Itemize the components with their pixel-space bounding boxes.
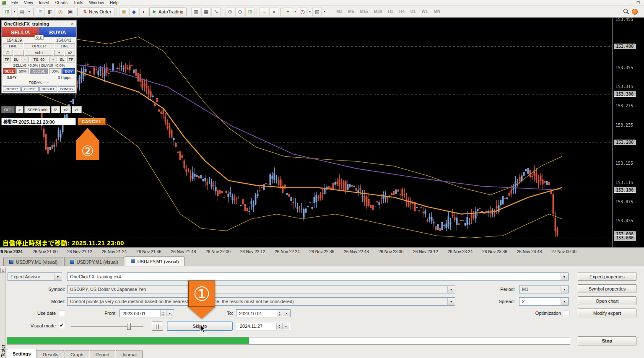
menu-insert[interactable]: Insert (36, 0, 52, 5)
time-axis[interactable]: 26 Nov 202426 Nov 21:0026 Nov 21:1226 No… (0, 247, 644, 256)
menu-tools[interactable]: Tools (70, 0, 86, 5)
speed-off-button[interactable]: OFF (1, 106, 15, 113)
tab-report[interactable]: Report (90, 350, 115, 358)
menu-window[interactable]: Window (86, 0, 107, 5)
data-window-icon[interactable]: ◧ (46, 7, 55, 16)
profiles-icon[interactable]: ▤ (17, 7, 26, 16)
speed-double-button[interactable]: x2 (61, 106, 71, 113)
market-watch-icon[interactable]: ≡ (36, 7, 45, 16)
sell-line-button[interactable]: LINE (3, 43, 23, 49)
trailing-stop-value[interactable]: TS: 60 (30, 57, 48, 62)
chevron-down-icon[interactable]: ▼ (561, 286, 568, 293)
volume-value[interactable]: Vol:1 (25, 50, 53, 56)
candle-chart-icon[interactable]: ▦ (201, 7, 210, 16)
timeframe-m5[interactable]: M5 (345, 8, 357, 15)
spinner-icon[interactable]: ▲▼ (276, 323, 282, 329)
to-date-input[interactable]: 2023.10.01 ▲▼ ▼ (236, 309, 291, 317)
grid-icon[interactable]: ⊞ (245, 7, 254, 16)
tab-results[interactable]: Results (37, 350, 64, 358)
tab-graph[interactable]: Graph (65, 350, 89, 358)
spinner-icon[interactable]: ▲▼ (160, 310, 166, 316)
speed-slider-thumb[interactable] (127, 323, 131, 330)
spread-select[interactable]: 2 ▼ (519, 297, 569, 306)
speed-x1-button[interactable]: >1 (72, 106, 82, 113)
minimize-icon[interactable]: — (629, 1, 633, 5)
sl-right-button[interactable]: SL (58, 57, 66, 62)
templates-dropdown-icon[interactable]: ▼ (322, 7, 327, 16)
result-tab-button[interactable]: RESULT (39, 86, 57, 92)
stop-button[interactable]: Stop (578, 336, 636, 345)
alert-icon[interactable] (632, 9, 638, 15)
ts-plus-button[interactable]: + (49, 57, 57, 62)
timeframe-m1[interactable]: M1 (333, 8, 345, 15)
chart-tab-3-active[interactable]: USDJPY,M1 (visual) (125, 256, 185, 266)
tab-settings[interactable]: Settings (7, 349, 36, 358)
sl-left-button[interactable]: SL (12, 57, 20, 62)
expert-type-select[interactable]: Expert Advisor ▼ (8, 272, 62, 281)
history-center-icon[interactable]: ◐ (139, 7, 148, 16)
vol-half-button[interactable]: /2 (3, 50, 13, 56)
period-select[interactable]: M1 ▼ (519, 285, 569, 293)
vol-double-button[interactable]: x2 (65, 50, 75, 56)
chart-tab-2[interactable]: USDJPY,M1 (visual) (64, 257, 124, 266)
timeframe-m30[interactable]: M30 (371, 8, 385, 15)
close-buy-button[interactable]: BUY (62, 68, 75, 74)
experts-icon[interactable]: ◆ (129, 7, 138, 16)
expert-properties-button[interactable]: Expert properties (578, 272, 636, 281)
chevron-down-icon[interactable]: ▼ (447, 286, 454, 293)
panel-close-icon[interactable]: × (70, 22, 74, 26)
from-date-input[interactable]: 2023.04.01 ▲▼ ▼ (119, 309, 174, 317)
line-chart-icon[interactable]: ∿ (211, 7, 221, 16)
zoom-out-icon[interactable]: ⊖ (235, 7, 244, 16)
restore-icon[interactable]: ❐ (636, 1, 640, 5)
timeframe-h1[interactable]: H1 (385, 8, 396, 15)
new-chart-icon[interactable]: ⊞ (3, 7, 12, 16)
timeframe-w1[interactable]: W1 (419, 8, 431, 15)
optimization-checkbox[interactable] (564, 311, 569, 316)
new-chart-dropdown-icon[interactable]: ▼ (12, 7, 17, 16)
timeframe-m15[interactable]: M15 (357, 8, 371, 15)
auto-scroll-icon[interactable]: → (259, 7, 268, 16)
search-icon[interactable] (623, 8, 629, 15)
config-tab-button[interactable]: CONFIG (58, 86, 75, 92)
speed-value[interactable]: SPEED x60 (24, 106, 50, 113)
expert-select[interactable]: OneClickFX_training.ex4 ▼ (67, 272, 569, 281)
chevron-down-icon[interactable]: ▼ (283, 310, 290, 316)
indicators-dropdown-icon[interactable]: ▼ (293, 7, 297, 16)
close-sell-button[interactable]: SELL (3, 68, 16, 74)
speed-half-button[interactable]: /2 (51, 106, 60, 113)
chevron-down-icon[interactable]: ▼ (447, 298, 454, 305)
ts-minus-button[interactable]: - (21, 57, 29, 62)
chevron-down-icon[interactable]: ▼ (282, 323, 289, 329)
panel-minimize-icon[interactable]: – (65, 22, 69, 26)
menu-view[interactable]: View (21, 0, 36, 5)
navigator-icon[interactable]: ◎ (56, 7, 65, 16)
order-button[interactable]: ORDER (24, 43, 54, 49)
vol-plus-button[interactable]: + (54, 50, 64, 56)
model-select[interactable]: Control points (a very crude method base… (67, 297, 455, 306)
chevron-down-icon[interactable]: ▼ (54, 273, 61, 280)
buy-button[interactable]: BUY/A (39, 27, 76, 37)
oneclickfx-titlebar[interactable]: OneClickFX_training – × (2, 21, 76, 27)
new-order-button[interactable]: ⇅ New Order (80, 7, 114, 16)
periods-icon[interactable]: ◷ (298, 7, 307, 16)
pause-button[interactable]: | | (152, 322, 163, 331)
timeframe-d1[interactable]: D1 (408, 8, 419, 15)
buy-line-button[interactable]: LINE (55, 43, 75, 49)
cancel-button[interactable]: CANCEL (78, 118, 106, 125)
menu-help[interactable]: Help (107, 0, 122, 5)
menu-charts[interactable]: Charts (52, 0, 70, 5)
close-50-button[interactable]: 50% (16, 68, 29, 74)
metaeditor-icon[interactable]: ≣ (119, 7, 128, 16)
periods-dropdown-icon[interactable]: ▼ (307, 7, 312, 16)
templates-icon[interactable]: ▧ (312, 7, 322, 16)
symbol-properties-button[interactable]: Symbol properties (578, 284, 636, 293)
chevron-down-icon[interactable]: ▼ (561, 298, 568, 305)
autotrading-button[interactable]: ▶ AutoTrading (149, 7, 187, 16)
price-scale[interactable]: 153.455153.400153.355153.315153.300153.2… (612, 18, 644, 247)
zoom-in-icon[interactable]: ⊕ (225, 7, 234, 16)
close-all-button[interactable]: CLOSE (30, 68, 48, 74)
use-date-checkbox[interactable] (59, 311, 64, 316)
menu-file[interactable]: File (8, 0, 21, 5)
tp-left-button[interactable]: TP (3, 57, 11, 62)
